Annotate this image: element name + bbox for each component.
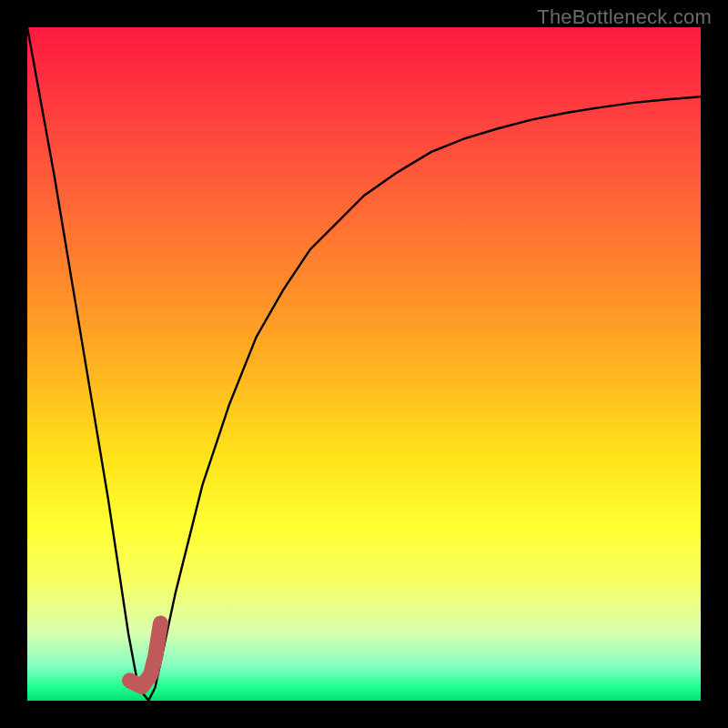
bottleneck-curve	[27, 27, 701, 701]
curve-group	[27, 27, 701, 701]
curve-overlay	[0, 0, 728, 728]
highlight-j-mark	[130, 623, 161, 687]
outer-frame: TheBottleneck.com	[0, 0, 728, 728]
